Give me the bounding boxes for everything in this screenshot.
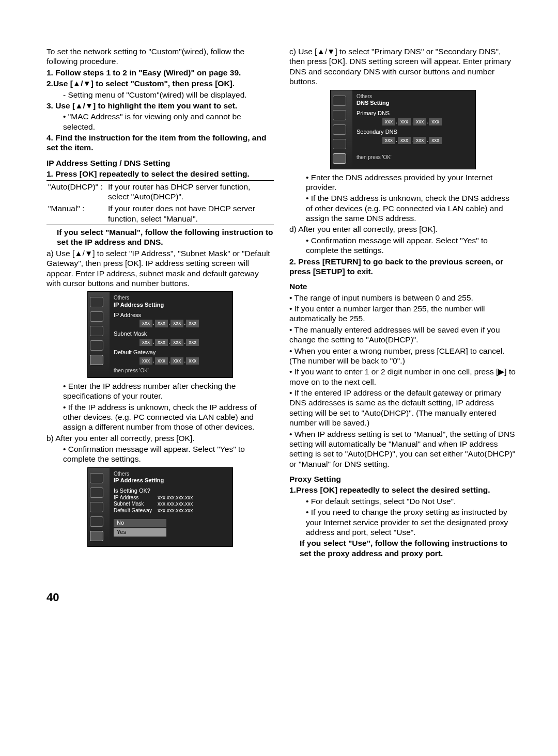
step-d: d) After you enter all correctly, press … bbox=[289, 224, 517, 234]
intro-text: To set the network setting to "Custom"(w… bbox=[47, 46, 274, 67]
primary-dns-field: xxx.xxx.xxx.xxx bbox=[382, 118, 471, 126]
sidebar-icon bbox=[333, 110, 346, 120]
secondary-dns-field: xxx.xxx.xxx.xxx bbox=[382, 137, 471, 145]
confirm-gateway-row: Default Gatewayxxx.xxx.xxx.xxx bbox=[114, 508, 228, 514]
figure-sidebar bbox=[331, 90, 352, 169]
sidebar-icon bbox=[90, 297, 103, 307]
gear-icon bbox=[90, 531, 103, 541]
page-number: 40 bbox=[47, 590, 558, 605]
confirm-subnet-row: Subnet Maskxxx.xxx.xxx.xxx bbox=[114, 501, 228, 508]
figure-category: Others bbox=[357, 93, 471, 100]
sidebar-icon bbox=[90, 326, 103, 336]
step-c: c) Use [▲/▼] to select "Primary DNS" or … bbox=[289, 46, 517, 87]
figure-category: Others bbox=[114, 295, 228, 302]
note-item: • If the entered IP address or the defau… bbox=[289, 388, 517, 428]
table-row: "Auto(DHCP)" : If your router has DHCP s… bbox=[47, 180, 274, 202]
default-gateway-label: Default Gateway bbox=[114, 349, 228, 356]
figure-dns-setting: Others DNS Setting Primary DNS xxx.xxx.x… bbox=[330, 90, 476, 169]
figure-category: Others bbox=[114, 471, 228, 478]
step-3: 3. Use [▲/▼] to highlight the item you w… bbox=[47, 101, 274, 111]
primary-dns-label: Primary DNS bbox=[357, 110, 471, 117]
step-2-note: - Setting menu of "Custom"(wired) will b… bbox=[47, 90, 274, 100]
step-b-bullet: • Confirmation message will appear. Sele… bbox=[47, 444, 274, 464]
confirm-ip-row: IP Addressxxx.xxx.xxx.xxx bbox=[114, 495, 228, 501]
manual-instruction-head: If you select "Manual", follow the follo… bbox=[47, 227, 274, 247]
default-gateway-field: xxx.xxx.xxx.xxx bbox=[140, 357, 228, 365]
figure-title: IP Address Setting bbox=[114, 477, 228, 484]
step-2-return: 2. Press [RETURN] to go back to the prev… bbox=[289, 257, 517, 277]
note-item: • The manually entered addresses will be… bbox=[289, 325, 517, 345]
figure-footer: then press 'OK' bbox=[114, 368, 228, 374]
right-column: c) Use [▲/▼] to select "Primary DNS" or … bbox=[289, 46, 517, 559]
sidebar-icon bbox=[90, 473, 103, 483]
gear-icon bbox=[333, 153, 346, 164]
note-item: • When you enter a wrong number, press [… bbox=[289, 346, 517, 366]
gear-icon bbox=[90, 355, 103, 365]
manual-val: If your router does not have DHCP server… bbox=[106, 202, 274, 225]
step-a: a) Use [▲/▼] to select "IP Address", "Su… bbox=[47, 248, 274, 289]
figure-footer: then press 'OK' bbox=[357, 154, 471, 161]
sidebar-icon bbox=[333, 124, 346, 135]
proxy-bullet-1: • For default settings, select "Do Not U… bbox=[289, 496, 517, 506]
sidebar-icon bbox=[333, 139, 346, 149]
note-item: • When IP address setting is set to "Man… bbox=[289, 429, 517, 469]
figure-confirm-ip: Others IP Address Setting Is Setting OK?… bbox=[87, 467, 233, 547]
note-item: • The range of input numbers is between … bbox=[289, 293, 517, 303]
left-column: To set the network setting to "Custom"(w… bbox=[47, 46, 274, 559]
auto-dhcp-val: If your router has DHCP server function,… bbox=[106, 180, 274, 202]
ip-address-field: xxx.xxx.xxx.xxx bbox=[140, 320, 228, 327]
proxy-use-instruction: If you select "Use", follow the followin… bbox=[289, 538, 517, 558]
note-item: • If you want to enter 1 or 2 digit numb… bbox=[289, 367, 517, 387]
yes-option: Yes bbox=[114, 528, 166, 537]
proxy-bullet-2: • If you need to change the proxy settin… bbox=[289, 507, 517, 537]
ip-address-label: IP Address bbox=[114, 312, 228, 319]
step-1: 1. Follow steps 1 to 2 in "Easy (Wired)"… bbox=[47, 68, 274, 77]
subnet-mask-label: Subnet Mask bbox=[114, 330, 228, 338]
step-2: 2.Use [▲/▼] to select "Custom", then pre… bbox=[47, 78, 274, 88]
sidebar-icon bbox=[90, 311, 103, 322]
proxy-step-1: 1.Press [OK] repeatedly to select the de… bbox=[289, 485, 517, 495]
no-option: No bbox=[114, 519, 166, 527]
step-c-bullet-2: • If the DNS address is unknown, check t… bbox=[289, 193, 517, 223]
sidebar-icon bbox=[90, 502, 103, 512]
step-c-bullet-1: • Enter the DNS addresses provided by yo… bbox=[289, 172, 517, 193]
confirm-question: Is Setting OK? bbox=[114, 487, 228, 495]
note-item: • If you enter a number larger than 255,… bbox=[289, 304, 517, 324]
secondary-dns-label: Secondary DNS bbox=[357, 129, 471, 136]
table-row: "Manual" : If your router does not have … bbox=[47, 202, 274, 225]
auto-dhcp-key: "Auto(DHCP)" : bbox=[47, 180, 106, 202]
proxy-heading: Proxy Setting bbox=[289, 474, 517, 484]
sidebar-icon bbox=[90, 516, 103, 527]
figure-title: IP Address Setting bbox=[114, 302, 228, 309]
dhcp-manual-table: "Auto(DHCP)" : If your router has DHCP s… bbox=[47, 180, 274, 226]
step-b: b) After you enter all correctly, press … bbox=[47, 433, 274, 443]
figure-sidebar bbox=[88, 468, 110, 546]
manual-key: "Manual" : bbox=[47, 202, 106, 225]
sidebar-icon bbox=[90, 487, 103, 498]
step-a-bullet-1: • Enter the IP address number after chec… bbox=[47, 381, 274, 401]
figure-sidebar bbox=[88, 292, 110, 377]
step-4: 4. Find the instruction for the item fro… bbox=[47, 133, 274, 153]
step-d-bullet: • Confirmation message will appear. Sele… bbox=[289, 235, 517, 256]
ip-step-1: 1. Press [OK] repeatedly to select the d… bbox=[47, 169, 274, 179]
subnet-mask-field: xxx.xxx.xxx.xxx bbox=[140, 339, 228, 346]
figure-title: DNS Setting bbox=[357, 100, 471, 107]
sidebar-icon bbox=[333, 96, 346, 106]
figure-ip-address-setting: Others IP Address Setting IP Address xxx… bbox=[87, 291, 233, 378]
sidebar-icon bbox=[90, 340, 103, 351]
ip-dns-heading: IP Address Setting / DNS Setting bbox=[47, 158, 274, 168]
step-3-note: • "MAC Address" is for viewing only and … bbox=[47, 112, 274, 132]
step-a-bullet-2: • If the IP address is unknown, check th… bbox=[47, 402, 274, 432]
note-heading: Note bbox=[289, 281, 517, 291]
